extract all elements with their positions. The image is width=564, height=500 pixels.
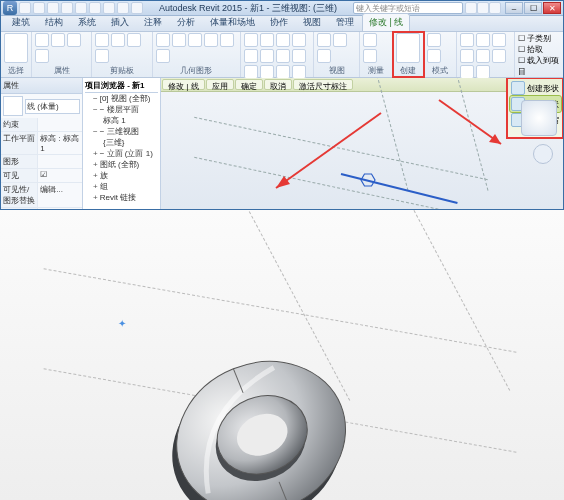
tree-floorplans[interactable]: −− 楼层平面 [85,104,158,115]
render-view[interactable]: ✦ [0,210,564,500]
exchange-apps-icon[interactable] [477,2,489,14]
load-project-button[interactable]: ☐ 载入到项目 [518,55,560,77]
override-icon[interactable] [333,33,347,47]
trim-icon[interactable] [292,49,306,63]
mirror-draw-icon[interactable] [292,33,306,47]
tab-insert[interactable]: 插入 [104,13,136,31]
sign-in-icon[interactable] [465,2,477,14]
prop-v-graphics[interactable] [38,155,82,168]
mirror-axis-icon[interactable] [276,33,290,47]
cope-icon[interactable] [156,33,170,47]
minimize-button[interactable]: – [505,2,523,14]
family-props-icon[interactable] [67,33,81,47]
tab-collaborate[interactable]: 协作 [263,13,295,31]
tab-systems[interactable]: 系统 [71,13,103,31]
help-icon[interactable] [489,2,501,14]
offset-icon[interactable] [260,33,274,47]
cut-geom-icon[interactable] [172,33,186,47]
sketch-polygon[interactable] [361,174,375,186]
move-icon[interactable] [244,49,258,63]
view-cube[interactable] [521,100,557,136]
circle-icon[interactable] [460,49,474,63]
rect-icon[interactable] [476,33,490,47]
tab-manage[interactable]: 管理 [329,13,361,31]
rotate-icon[interactable] [276,49,290,63]
split-icon[interactable] [244,65,258,79]
panel-clipboard: 剪贴板 [92,32,152,77]
pick-button[interactable]: ☐ 拾取 [518,44,560,55]
scale-icon[interactable] [276,65,290,79]
pin-icon[interactable] [292,65,306,79]
tree-level1[interactable]: 标高 1 [85,115,158,126]
array-icon[interactable] [260,65,274,79]
spline-icon[interactable] [492,49,506,63]
opt-cancel[interactable]: 取消 [264,79,292,90]
copy-tool-icon[interactable] [260,49,274,63]
prop-k-workplane: 工作平面 [1,132,38,154]
tree-3dviews[interactable]: −− 三维视图 [85,126,158,137]
tree-families[interactable]: +族 [85,170,158,181]
navigation-wheel-icon[interactable] [533,144,553,164]
sketch-line[interactable] [341,173,458,204]
dimension-icon[interactable] [363,49,377,63]
opt-apply[interactable]: 应用 [206,79,234,90]
measure-icon[interactable] [363,33,377,47]
line-icon[interactable] [460,33,474,47]
tree-elevations[interactable]: +− 立面 (立面 1) [85,148,158,159]
hide-icon[interactable] [317,33,331,47]
prop-v-constraint[interactable] [38,118,82,131]
family-types-icon[interactable] [35,49,49,63]
opt-ok[interactable]: 确定 [235,79,263,90]
paste-icon[interactable] [95,33,109,47]
maximize-button[interactable]: ☐ [524,2,542,14]
render-grid-line [350,210,511,391]
tree-links[interactable]: +Revit 链接 [85,192,158,203]
subcategory-button[interactable]: ☐ 子类别 [518,33,560,44]
prop-v-vg[interactable]: 编辑... [38,183,82,207]
match-icon[interactable] [95,49,109,63]
ellipse-icon[interactable] [460,65,474,79]
torus-solid[interactable] [150,330,370,500]
type-selector[interactable]: 线 (体量) [25,99,80,114]
tab-massing-site[interactable]: 体量和场地 [203,13,262,31]
uncut-icon[interactable] [204,33,218,47]
type-props-icon[interactable] [51,33,65,47]
create-form-button[interactable] [396,33,420,63]
prop-v-workplane[interactable]: 标高 : 标高 1 [38,132,82,154]
tab-structure[interactable]: 结构 [38,13,70,31]
align-icon[interactable] [244,33,258,47]
modify-tool-icon[interactable] [4,33,28,63]
tree-sheets[interactable]: +图纸 (全部) [85,159,158,170]
cancel-icon[interactable] [427,49,441,63]
finish-icon[interactable] [427,33,441,47]
cut-icon[interactable] [111,33,125,47]
svg-marker-4 [489,134,501,144]
tab-view[interactable]: 视图 [296,13,328,31]
properties-icon[interactable] [35,33,49,47]
paint-icon[interactable] [156,49,170,63]
tree-3d[interactable]: {三维} [85,137,158,148]
split-face-icon[interactable] [220,33,234,47]
opt-activate-dim[interactable]: 激活尺寸标注 [293,79,353,90]
prop-v-visible[interactable]: ☑ [38,169,82,182]
tab-modify-lines[interactable]: 修改 | 线 [362,13,410,31]
linework-icon[interactable] [317,49,331,63]
tab-annotate[interactable]: 注释 [137,13,169,31]
tree-views[interactable]: −[0] 视图 (全部) [85,93,158,104]
copy-icon[interactable] [127,33,141,47]
search-placeholder: 键入关键字或短语 [356,3,420,14]
opt-modify-lines[interactable]: 修改 | 线 [162,79,205,90]
tree-groups[interactable]: +组 [85,181,158,192]
viewport-3d[interactable]: 修改 | 线 应用 确定 取消 激活尺寸标注 创建形状 空心形状 拾取新宿 [161,78,563,209]
join-icon[interactable] [188,33,202,47]
create-solid-form[interactable]: 创建形状 [510,80,561,96]
panel-measure: 测量 [360,32,393,77]
tab-analyze[interactable]: 分析 [170,13,202,31]
tab-architecture[interactable]: 建筑 [5,13,37,31]
panel-clipboard-label: 剪贴板 [95,64,148,76]
arc-icon[interactable] [476,49,490,63]
browser-header: 项目浏览器 - 新1 [85,80,158,93]
polygon-icon[interactable] [492,33,506,47]
close-button[interactable]: ✕ [543,2,561,14]
pick-lines-icon[interactable] [476,65,490,79]
